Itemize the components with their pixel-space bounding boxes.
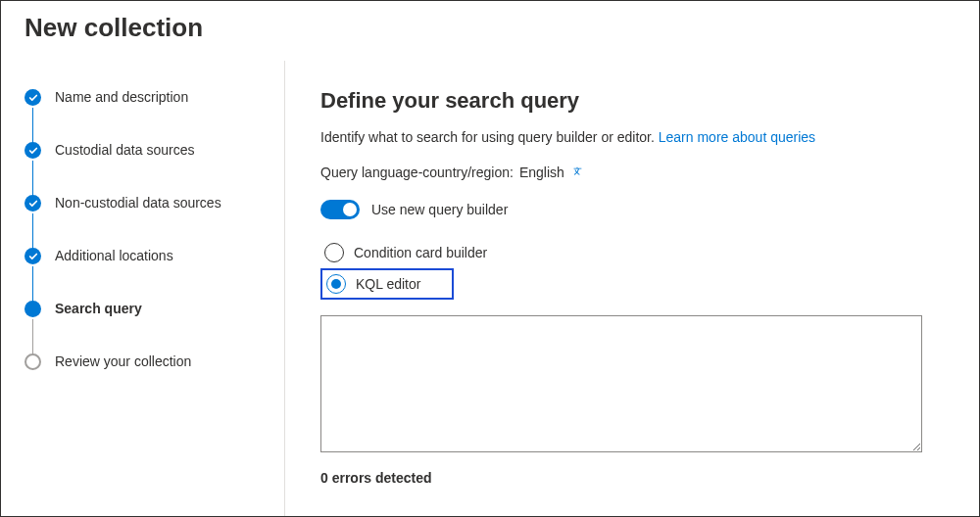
step-label: Name and description [55,88,188,106]
learn-more-link[interactable]: Learn more about queries [659,129,815,145]
check-icon [24,142,41,159]
step-label: Search query [55,300,142,317]
language-label: Query language-country/region: [320,164,514,180]
errors-detected-label: 0 errors detected [320,470,956,486]
step-label: Additional locations [55,247,173,264]
step-search-query[interactable]: Search query [24,300,269,352]
check-icon [24,248,41,264]
main-title: Define your search query [320,88,956,114]
kql-editor-input[interactable] [320,315,922,452]
step-custodial-sources[interactable]: Custodial data sources [24,141,269,194]
radio-label: KQL editor [356,276,420,292]
radio-kql-editor[interactable]: KQL editor [320,268,454,300]
check-icon [24,89,41,106]
pending-step-icon [24,353,41,370]
radio-icon [324,243,344,262]
step-review-collection[interactable]: Review your collection [24,352,269,405]
check-icon [24,195,41,212]
step-label: Non-custodial data sources [55,194,221,212]
step-noncustodial-sources[interactable]: Non-custodial data sources [24,194,269,247]
query-language-row: Query language-country/region: English [320,164,956,180]
current-step-icon [24,301,41,317]
step-additional-locations[interactable]: Additional locations [24,247,269,300]
radio-condition-card-builder[interactable]: Condition card builder [320,237,956,268]
main-panel: Define your search query Identify what t… [285,61,979,517]
wizard-sidebar: Name and description Custodial data sour… [1,61,285,517]
translate-icon[interactable] [570,165,584,179]
step-label: Review your collection [55,352,191,370]
language-value: English [519,164,564,180]
page-title: New collection [1,1,979,61]
use-new-query-builder-toggle[interactable] [320,200,360,219]
query-mode-radio-group: Condition card builder KQL editor [320,237,956,300]
subtitle: Identify what to search for using query … [320,129,956,145]
radio-label: Condition card builder [354,245,487,260]
radio-icon [326,274,346,294]
toggle-knob [343,203,357,216]
step-name-description[interactable]: Name and description [24,88,269,141]
step-label: Custodial data sources [55,141,194,159]
toggle-label: Use new query builder [371,202,508,217]
subtitle-text: Identify what to search for using query … [320,129,659,145]
